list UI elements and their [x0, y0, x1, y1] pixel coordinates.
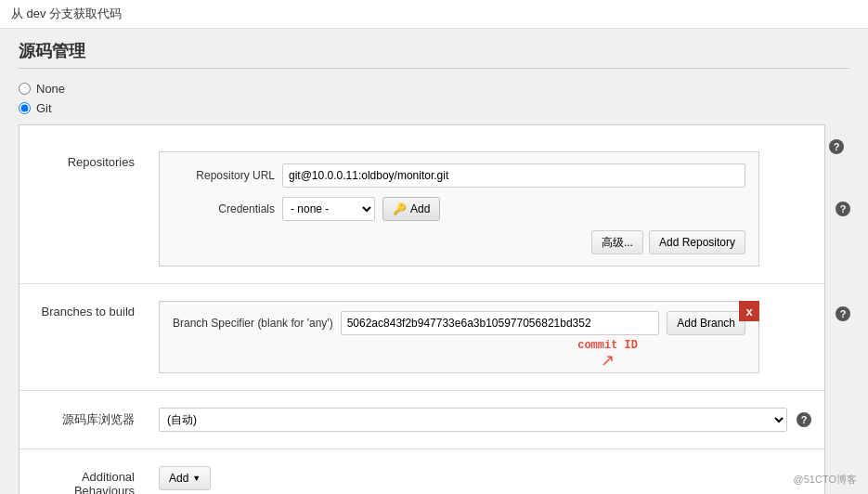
source-browser-section: 源码库浏览器 (自动) ? — [19, 391, 824, 449]
radio-git: Git — [19, 101, 849, 115]
section-title: 源码管理 — [19, 40, 849, 69]
add-branch-button[interactable]: Add Branch — [667, 311, 745, 335]
additional-behaviours-section: Additional Behaviours Add ▼ — [19, 449, 824, 494]
repositories-label: Repositories — [19, 148, 149, 176]
add-repository-label: Add Repository — [659, 236, 735, 249]
delete-x-icon: x — [745, 305, 752, 318]
branches-section: Branches to build x Branch Specifier (bl… — [19, 284, 824, 391]
credentials-row: Credentials - none - 🔑 Add — [173, 197, 745, 221]
add-branch-label: Add Branch — [677, 317, 735, 330]
add-key-label: Add — [410, 202, 430, 215]
radio-git-input[interactable] — [19, 102, 31, 114]
repo-url-row: Repository URL git@10.0.0.11:oldboy/moni… — [173, 163, 745, 188]
branch-specifier-input[interactable]: 5062ac843f2b947733e6a3b105977056821bd352 — [341, 311, 660, 335]
branch-field-row: Branch Specifier (blank for 'any') 5062a… — [173, 311, 745, 335]
top-bar-label: 从 dev 分支获取代码 — [11, 6, 122, 20]
repositories-section: Repositories Repository URL git@10.0.0.1… — [19, 135, 824, 284]
advanced-label: 高级... — [602, 235, 633, 251]
add-repository-button[interactable]: Add Repository — [649, 230, 745, 254]
radio-group: None Git — [19, 82, 849, 115]
outer-help-icon[interactable]: ? — [829, 139, 844, 154]
delete-branch-button[interactable]: x — [739, 301, 759, 321]
chevron-down-icon: ▼ — [192, 474, 201, 483]
credentials-select[interactable]: - none - — [282, 197, 375, 221]
additional-behaviours-label: Additional Behaviours — [19, 462, 149, 494]
radio-none-input[interactable] — [19, 83, 31, 95]
commit-id-text: commit ID — [577, 339, 638, 352]
credentials-label: Credentials — [173, 202, 275, 215]
commit-id-annotation-area: commit ID ↗ — [577, 339, 638, 369]
branches-box: x Branch Specifier (blank for 'any') 506… — [159, 301, 759, 373]
key-icon: 🔑 — [393, 202, 407, 215]
radio-none-label: None — [36, 82, 65, 96]
watermark: @51CTO博客 — [794, 473, 857, 487]
source-browser-select[interactable]: (自动) — [159, 408, 787, 432]
branch-specifier-label: Branch Specifier (blank for 'any') — [173, 317, 333, 330]
repo-url-input[interactable]: git@10.0.0.11:oldboy/monitor.git — [282, 163, 745, 188]
main-form: Repositories Repository URL git@10.0.0.1… — [19, 124, 825, 494]
additional-behaviours-add-button[interactable]: Add ▼ — [159, 466, 211, 490]
add-key-button[interactable]: 🔑 Add — [382, 197, 440, 221]
top-bar: 从 dev 分支获取代码 — [0, 0, 868, 29]
repo-buttons-row: 高级... Add Repository — [173, 230, 745, 254]
source-browser-help-icon[interactable]: ? — [797, 412, 811, 427]
branches-help-icon[interactable]: ? — [836, 306, 850, 321]
repositories-help-icon[interactable]: ? — [836, 202, 850, 216]
advanced-button[interactable]: 高级... — [591, 230, 643, 254]
repositories-box: Repository URL git@10.0.0.11:oldboy/moni… — [159, 151, 759, 266]
repo-url-label: Repository URL — [173, 169, 275, 182]
radio-git-label: Git — [36, 101, 52, 115]
arrow-up-icon: ↗ — [601, 352, 615, 369]
radio-none: None — [19, 82, 849, 96]
page-container: 源码管理 None Git Repositories Repository UR… — [0, 29, 868, 494]
branches-label: Branches to build — [19, 297, 149, 326]
add-behaviours-label: Add — [169, 472, 188, 485]
source-browser-label: 源码库浏览器 — [19, 404, 149, 436]
